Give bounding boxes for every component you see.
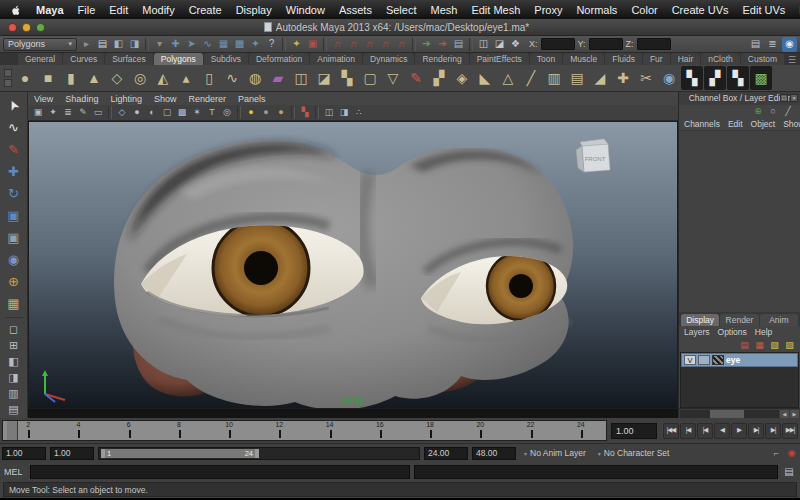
dock-icon[interactable]: □ xyxy=(780,94,788,102)
poly-prism-button[interactable]: ◭ xyxy=(152,66,174,90)
view-cube[interactable]: FRONT xyxy=(576,139,610,172)
quad-draw-button[interactable]: ✚ xyxy=(612,66,634,90)
play-backwards-button[interactable]: ◀ xyxy=(714,423,730,439)
object-menu[interactable]: Object xyxy=(751,119,776,129)
insert-edge-loop-button[interactable]: ▥ xyxy=(543,66,565,90)
bounding-box-button[interactable]: ▢ xyxy=(160,106,174,119)
layer-scrollbar[interactable]: ◀ ▶ xyxy=(679,408,800,418)
soft-modification-button[interactable]: ◉ xyxy=(3,248,25,270)
ipr-render-button[interactable]: ◪ xyxy=(492,37,507,52)
edit-layer-button[interactable]: ▤ xyxy=(738,339,751,351)
auto-keyframe-button[interactable]: ◉ xyxy=(785,447,798,460)
render-current-frame-button[interactable]: ◫ xyxy=(476,37,491,52)
apple-icon[interactable] xyxy=(10,4,22,16)
mirror-geometry-button[interactable]: ▞ xyxy=(428,66,450,90)
last-tool-button[interactable]: ▦ xyxy=(3,292,25,314)
le-help-menu[interactable]: Help xyxy=(755,327,772,337)
universal-manipulator-button[interactable]: ▣ xyxy=(3,226,25,248)
menu-create[interactable]: Create xyxy=(189,4,222,16)
scrollbar-thumb[interactable] xyxy=(710,410,745,418)
highlight-selection-button[interactable]: ▣ xyxy=(305,37,320,52)
shelf-tab-hair[interactable]: Hair xyxy=(671,53,701,65)
step-back-key-button[interactable]: |◀ xyxy=(697,423,713,439)
range-slider-track[interactable]: 124 xyxy=(98,447,420,460)
snap-view-button[interactable]: ∩ xyxy=(394,37,409,52)
options-menu[interactable]: Options xyxy=(718,327,747,337)
viewport-menu-renderer[interactable]: Renderer xyxy=(188,94,226,104)
shelf-tab-animation[interactable]: Animation xyxy=(310,53,362,65)
create-empty-layer-button[interactable]: ▧ xyxy=(768,339,781,351)
anim-layer-dropdown[interactable]: ▾ No Anim Layer xyxy=(520,447,590,460)
layer-color-swatch[interactable] xyxy=(712,355,724,365)
uv-spherical-mapping-button[interactable]: ▚ xyxy=(727,66,749,90)
shelf-tab-ncloth[interactable]: nCloth xyxy=(701,53,740,65)
character-set-dropdown[interactable]: ▾ No Character Set xyxy=(594,447,674,460)
menu-select[interactable]: Select xyxy=(386,4,417,16)
tool-settings-button[interactable]: ◉ xyxy=(782,37,797,52)
timeline-tick-6[interactable]: 6 xyxy=(104,421,154,440)
smooth-button[interactable]: ▢ xyxy=(359,66,381,90)
viewport-menu-view[interactable]: View xyxy=(34,94,53,104)
menu-file[interactable]: File xyxy=(78,4,96,16)
command-input[interactable] xyxy=(30,465,410,479)
create-layer-from-selected-button[interactable]: ▨ xyxy=(783,339,796,351)
show-manip-button[interactable]: ⊕ xyxy=(752,106,764,117)
cb-edit-menu[interactable]: Edit xyxy=(728,119,743,129)
shelf-tab-painteffects[interactable]: PaintEffects xyxy=(470,53,529,65)
timeline-tick-2[interactable]: 2 xyxy=(3,421,53,440)
layout-four-pane-button[interactable]: ⊞ xyxy=(3,337,25,353)
channels-menu[interactable]: Channels xyxy=(684,119,720,129)
construction-history-button[interactable]: ▤ xyxy=(451,37,466,52)
menu-set-dropdown[interactable]: Polygons▾ xyxy=(3,38,77,51)
playback-start-field[interactable]: 1.00 xyxy=(50,447,94,460)
grease-pencil-button[interactable]: ✎ xyxy=(76,106,90,119)
layer-playback-toggle[interactable] xyxy=(698,355,710,365)
menu-color[interactable]: Color xyxy=(631,4,657,16)
menu-edit-mesh[interactable]: Edit Mesh xyxy=(471,4,520,16)
lock-selection-button[interactable]: ✦ xyxy=(289,37,304,52)
menu-maya[interactable]: Maya xyxy=(36,4,64,16)
menu-edit-uvs[interactable]: Edit UVs xyxy=(743,4,786,16)
close-button[interactable] xyxy=(8,23,17,32)
lighting-all-button[interactable]: ✶ xyxy=(190,106,204,119)
step-back-frame-button[interactable]: |◀ xyxy=(680,423,696,439)
lattice-mask-button[interactable]: ▩ xyxy=(232,37,247,52)
poly-pyramid-button[interactable]: ▴ xyxy=(175,66,197,90)
poly-soccer-ball-button[interactable]: ◍ xyxy=(244,66,266,90)
collapse-arrow-button[interactable]: ▸ xyxy=(79,37,94,52)
cb-show-menu[interactable]: Show xyxy=(783,119,800,129)
menu-window[interactable]: Window xyxy=(286,4,325,16)
extrude-button[interactable]: △ xyxy=(497,66,519,90)
viewport-menu-shading[interactable]: Shading xyxy=(65,94,98,104)
animation-start-field[interactable]: 1.00 xyxy=(2,447,46,460)
select-component-button[interactable]: ∿ xyxy=(200,37,215,52)
flat-shade-button[interactable]: ◐ xyxy=(145,106,159,119)
range-slider-bar[interactable]: 124 xyxy=(101,449,259,458)
isolate-select-button[interactable]: ▚ xyxy=(298,106,312,119)
shelf-tab-curves[interactable]: Curves xyxy=(63,53,104,65)
timeline-tick-22[interactable]: 22 xyxy=(506,421,556,440)
layout-single-pane-button[interactable]: ◻ xyxy=(3,321,25,337)
timeline-tick-12[interactable]: 12 xyxy=(254,421,304,440)
timeline-tick-18[interactable]: 18 xyxy=(405,421,455,440)
select-hierarchy-button[interactable]: ✚ xyxy=(168,37,183,52)
select-camera-button[interactable]: ▣ xyxy=(31,106,45,119)
timeline-tick-4[interactable]: 4 xyxy=(53,421,103,440)
snap-point-button[interactable]: ∩ xyxy=(362,37,377,52)
target-weld-button[interactable]: ◉ xyxy=(658,66,680,90)
viewport-canvas[interactable]: FRONT persp xyxy=(28,121,678,409)
offset-edge-loop-button[interactable]: ▤ xyxy=(566,66,588,90)
poly-cylinder-button[interactable]: ▮ xyxy=(60,66,82,90)
menu-create-uvs[interactable]: Create UVs xyxy=(672,4,729,16)
smooth-shade-button[interactable]: ● xyxy=(130,106,144,119)
go-to-end-button[interactable]: ▶▶| xyxy=(782,423,798,439)
shelf-tab-custom[interactable]: Custom xyxy=(741,53,784,65)
shelf-side-handle[interactable] xyxy=(2,65,14,92)
safe-title-button[interactable]: T xyxy=(205,106,219,119)
channel-box-body[interactable] xyxy=(679,130,800,312)
render-settings-button[interactable]: ❖ xyxy=(508,37,523,52)
minimize-button[interactable] xyxy=(22,23,31,32)
merge-vertices-button[interactable]: ◈ xyxy=(451,66,473,90)
combine-button[interactable]: ◫ xyxy=(290,66,312,90)
paint-select-tool-button[interactable]: ✎ xyxy=(3,138,25,160)
